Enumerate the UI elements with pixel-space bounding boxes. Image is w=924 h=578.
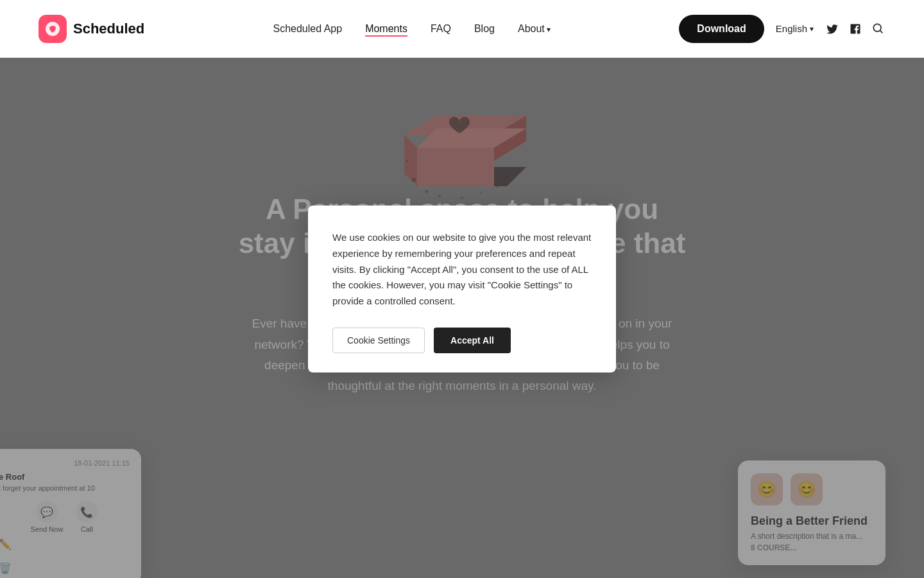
- nav-right: Download English: [679, 15, 886, 43]
- search-icon[interactable]: [871, 22, 886, 36]
- twitter-icon[interactable]: [825, 22, 839, 36]
- cookie-modal-actions: Cookie Settings Accept All: [332, 328, 592, 353]
- nav-item-moments[interactable]: Moments: [365, 23, 407, 35]
- nav-links: Scheduled App Moments FAQ Blog About: [273, 23, 551, 35]
- nav-item-blog[interactable]: Blog: [474, 23, 495, 35]
- nav-item-scheduled-app[interactable]: Scheduled App: [273, 23, 342, 35]
- logo-text: Scheduled: [73, 21, 144, 37]
- accept-all-button[interactable]: Accept All: [434, 328, 511, 353]
- nav-link-moments[interactable]: Moments: [365, 23, 407, 37]
- svg-line-4: [880, 30, 883, 33]
- nav-link-blog[interactable]: Blog: [474, 23, 495, 34]
- navigation: Scheduled Scheduled App Moments FAQ Blog…: [0, 0, 924, 58]
- logo-svg: [44, 20, 62, 38]
- nav-link-scheduled-app[interactable]: Scheduled App: [273, 23, 342, 34]
- logo-link[interactable]: Scheduled: [38, 15, 144, 43]
- nav-item-about[interactable]: About: [518, 23, 551, 35]
- nav-item-faq[interactable]: FAQ: [431, 23, 451, 35]
- logo-icon: [38, 15, 67, 43]
- download-button[interactable]: Download: [679, 15, 764, 43]
- cookie-settings-button[interactable]: Cookie Settings: [332, 328, 425, 353]
- svg-rect-2: [49, 24, 50, 27]
- language-selector[interactable]: English: [776, 23, 814, 34]
- nav-link-faq[interactable]: FAQ: [431, 23, 451, 34]
- social-icons: [825, 22, 886, 36]
- facebook-icon[interactable]: [848, 22, 862, 36]
- nav-link-about[interactable]: About: [518, 23, 551, 34]
- cookie-consent-modal: We use cookies on our website to give yo…: [308, 206, 616, 372]
- svg-point-3: [873, 24, 881, 31]
- cookie-modal-text: We use cookies on our website to give yo…: [332, 230, 592, 310]
